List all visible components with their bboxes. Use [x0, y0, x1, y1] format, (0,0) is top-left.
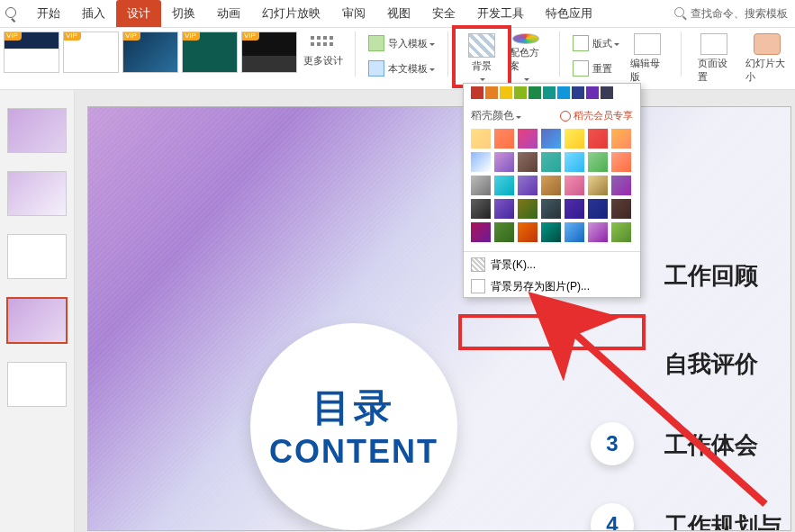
slide-thumb-4[interactable]: [6, 297, 68, 344]
gradient-swatch[interactable]: [471, 199, 491, 219]
chevron-down-icon[interactable]: [514, 110, 521, 122]
color-swatch[interactable]: [601, 86, 613, 99]
layout-button[interactable]: 版式: [573, 33, 619, 53]
background-dropdown-popup: 稻壳颜色 稻壳会员专享 背景(K)... 背景另存为图片(P)...: [463, 83, 641, 298]
background-button[interactable]: 背景: [461, 32, 502, 86]
color-swatch[interactable]: [500, 86, 512, 99]
gradient-swatch[interactable]: [611, 176, 631, 195]
gradient-swatch[interactable]: [471, 129, 491, 149]
color-swatch[interactable]: [586, 86, 599, 99]
gradient-swatch[interactable]: [541, 176, 561, 195]
gradient-swatch[interactable]: [565, 199, 584, 219]
tab-insert[interactable]: 插入: [71, 0, 116, 27]
gradient-swatch[interactable]: [611, 129, 631, 149]
theme-thumb[interactable]: VIP: [182, 32, 238, 73]
tab-featured[interactable]: 特色应用: [535, 0, 603, 27]
gradient-swatch[interactable]: [541, 129, 561, 149]
gradient-swatch[interactable]: [518, 152, 538, 172]
palette-icon: [512, 33, 539, 44]
gradient-swatch[interactable]: [518, 176, 538, 195]
theme-thumb[interactable]: VIP: [4, 32, 59, 73]
template-buttons-group: 导入模板 本文模板: [365, 32, 438, 80]
color-scheme-button[interactable]: 配色方案: [502, 32, 551, 86]
chevron-down-icon: [428, 38, 435, 49]
gradient-swatch[interactable]: [588, 152, 608, 172]
this-template-button[interactable]: 本文模板: [368, 59, 435, 78]
menu-background[interactable]: 背景(K)...: [464, 254, 640, 275]
gradient-swatch[interactable]: [611, 199, 631, 219]
slide-size-icon: [754, 33, 781, 55]
gradient-swatch[interactable]: [565, 222, 584, 242]
import-template-button[interactable]: 导入模板: [368, 33, 435, 53]
gradient-swatch[interactable]: [518, 199, 538, 219]
gradient-swatch[interactable]: [588, 222, 608, 242]
gradient-swatch[interactable]: [541, 199, 561, 219]
zoom-icon[interactable]: [5, 7, 19, 21]
tab-view[interactable]: 视图: [376, 0, 421, 27]
vip-badge: VIP: [241, 32, 259, 41]
gradient-swatch[interactable]: [518, 129, 538, 149]
gradient-swatch[interactable]: [565, 176, 584, 195]
gradient-swatch[interactable]: [565, 129, 584, 149]
solid-color-row: [464, 84, 640, 104]
tab-start[interactable]: 开始: [26, 0, 71, 27]
page-setup-icon: [700, 33, 727, 55]
menu-save-bg-label: 背景另存为图片(P)...: [491, 279, 590, 294]
tab-slideshow[interactable]: 幻灯片放映: [251, 0, 331, 27]
menu-save-bg-as-image[interactable]: 背景另存为图片(P)...: [464, 275, 640, 297]
search-icon: [674, 7, 687, 20]
tab-devtools[interactable]: 开发工具: [466, 0, 535, 27]
gradient-swatch[interactable]: [588, 199, 608, 219]
theme-thumb[interactable]: VIP: [241, 32, 297, 73]
gradient-swatch[interactable]: [541, 152, 561, 172]
menu-background-label: 背景(K)...: [491, 257, 536, 273]
gradient-swatch[interactable]: [494, 176, 514, 195]
gradient-swatch[interactable]: [471, 152, 491, 172]
background-icon: [468, 33, 495, 58]
gradient-swatch[interactable]: [494, 199, 514, 219]
color-swatch[interactable]: [572, 86, 584, 99]
gradient-swatch[interactable]: [611, 152, 631, 172]
tab-transition[interactable]: 切换: [161, 0, 206, 27]
color-swatch[interactable]: [557, 86, 570, 99]
theme-thumb[interactable]: VIP: [63, 32, 119, 73]
slide-content[interactable]: 目录 CONTENT 工作回顾 自我评价 3 工作体会 4 工作规划与: [87, 106, 791, 531]
gradient-swatch[interactable]: [471, 176, 491, 195]
gradient-swatch[interactable]: [611, 222, 631, 242]
slide-thumb-5[interactable]: [7, 362, 67, 407]
slide-thumb-1[interactable]: [7, 108, 67, 153]
tab-design[interactable]: 设计: [116, 0, 161, 27]
slide-thumb-2[interactable]: [7, 171, 67, 216]
gradient-swatch[interactable]: [588, 129, 608, 149]
gradient-swatch[interactable]: [565, 152, 584, 172]
theme-thumb[interactable]: VIP: [122, 32, 178, 73]
edit-master-button[interactable]: 编辑母版: [623, 32, 672, 86]
color-swatch[interactable]: [528, 86, 541, 99]
command-search[interactable]: 查找命令、搜索模板: [674, 6, 788, 22]
slide-size-button[interactable]: 幻灯片大小: [738, 32, 795, 86]
gradient-swatch[interactable]: [494, 152, 514, 172]
tab-animation[interactable]: 动画: [206, 0, 251, 27]
template-icon: [368, 60, 384, 77]
grid-icon: [311, 36, 336, 54]
page-setup-button[interactable]: 页面设置: [691, 32, 739, 86]
color-swatch[interactable]: [471, 86, 483, 99]
more-designs-label: 更多设计: [303, 54, 343, 68]
gradient-swatch[interactable]: [541, 222, 561, 242]
master-icon: [634, 33, 661, 55]
more-designs-button[interactable]: 更多设计: [301, 32, 346, 71]
gradient-swatch[interactable]: [494, 222, 514, 242]
gradient-swatch[interactable]: [588, 176, 608, 195]
slide-thumb-3[interactable]: [7, 234, 67, 279]
tab-review[interactable]: 审阅: [331, 0, 376, 27]
color-swatch[interactable]: [543, 86, 556, 99]
vip-badge: VIP: [4, 32, 22, 41]
import-template-label: 导入模板: [388, 37, 428, 50]
color-swatch[interactable]: [485, 86, 498, 99]
gradient-swatch[interactable]: [518, 222, 538, 242]
tab-security[interactable]: 安全: [421, 0, 466, 27]
color-swatch[interactable]: [514, 86, 527, 99]
gradient-swatch[interactable]: [494, 129, 514, 149]
reset-button[interactable]: 重置: [573, 59, 619, 78]
gradient-swatch[interactable]: [471, 222, 491, 242]
